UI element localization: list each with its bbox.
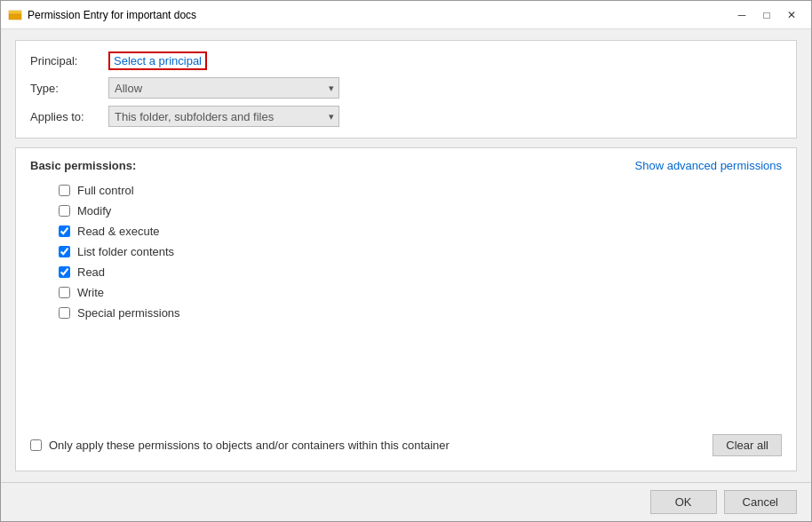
svg-rect-1: [9, 11, 21, 14]
type-select-wrapper: Allow Deny: [108, 77, 339, 99]
applies-to-label: Applies to:: [30, 110, 101, 123]
titlebar: Permission Entry for important docs ─ □ …: [1, 1, 811, 29]
apply-only-checkbox[interactable]: [30, 439, 42, 451]
perm-special-checkbox[interactable]: [59, 307, 70, 319]
applies-to-select[interactable]: This folder, subfolders and files This f…: [108, 106, 339, 127]
perm-read-row: Read: [30, 265, 782, 280]
permissions-header: Basic permissions: Show advanced permiss…: [30, 159, 782, 172]
bottom-section: Only apply these permissions to objects …: [30, 425, 782, 460]
principal-label: Principal:: [30, 54, 101, 67]
perm-read-label: Read: [77, 265, 105, 279]
apply-only-row: Only apply these permissions to objects …: [30, 439, 450, 452]
minimize-button[interactable]: ─: [729, 3, 754, 28]
perm-list-row: List folder contents: [30, 244, 782, 259]
perm-special-row: Special permissions: [30, 305, 782, 320]
perm-modify-checkbox[interactable]: [59, 205, 70, 217]
permissions-section: Basic permissions: Show advanced permiss…: [15, 147, 797, 471]
perm-read-execute-row: Read & execute: [30, 224, 782, 239]
perm-write-label: Write: [77, 286, 104, 299]
applies-to-row: Applies to: This folder, subfolders and …: [30, 106, 782, 127]
apply-only-label: Only apply these permissions to objects …: [49, 439, 450, 452]
clear-all-button[interactable]: Clear all: [712, 434, 782, 456]
principal-row: Principal: Select a principal: [30, 51, 782, 70]
dialog-content: Principal: Select a principal Type: Allo…: [1, 29, 811, 482]
type-row: Type: Allow Deny: [30, 77, 782, 99]
perm-write-row: Write: [30, 285, 782, 300]
top-section: Principal: Select a principal Type: Allo…: [15, 40, 797, 138]
dialog-title: Permission Entry for important docs: [28, 9, 729, 21]
applies-to-select-wrapper: This folder, subfolders and files This f…: [108, 106, 339, 127]
maximize-button[interactable]: □: [754, 3, 779, 28]
perm-full-control-checkbox[interactable]: [59, 185, 70, 196]
select-principal-link[interactable]: Select a principal: [108, 51, 207, 70]
perm-special-label: Special permissions: [77, 306, 180, 320]
titlebar-buttons: ─ □ ✕: [729, 3, 804, 28]
dialog-footer: OK Cancel: [1, 482, 811, 521]
perm-list-checkbox[interactable]: [59, 246, 70, 257]
close-button[interactable]: ✕: [779, 3, 804, 28]
ok-button[interactable]: OK: [650, 490, 717, 514]
cancel-button[interactable]: Cancel: [724, 490, 797, 514]
perm-read-execute-label: Read & execute: [77, 225, 160, 238]
perm-full-control-row: Full control: [30, 183, 782, 198]
perm-read-checkbox[interactable]: [59, 266, 70, 278]
perm-list-label: List folder contents: [77, 245, 174, 258]
perm-modify-row: Modify: [30, 203, 782, 218]
perm-modify-label: Modify: [77, 204, 111, 218]
perm-write-checkbox[interactable]: [59, 287, 70, 298]
perm-full-control-label: Full control: [77, 184, 134, 197]
dialog-window: Permission Entry for important docs ─ □ …: [0, 0, 812, 522]
section-title: Basic permissions:: [30, 159, 136, 172]
type-select[interactable]: Allow Deny: [108, 77, 339, 99]
perm-read-execute-checkbox[interactable]: [59, 225, 70, 237]
titlebar-icon: [8, 8, 22, 22]
show-advanced-link[interactable]: Show advanced permissions: [635, 159, 782, 172]
type-label: Type:: [30, 82, 101, 95]
